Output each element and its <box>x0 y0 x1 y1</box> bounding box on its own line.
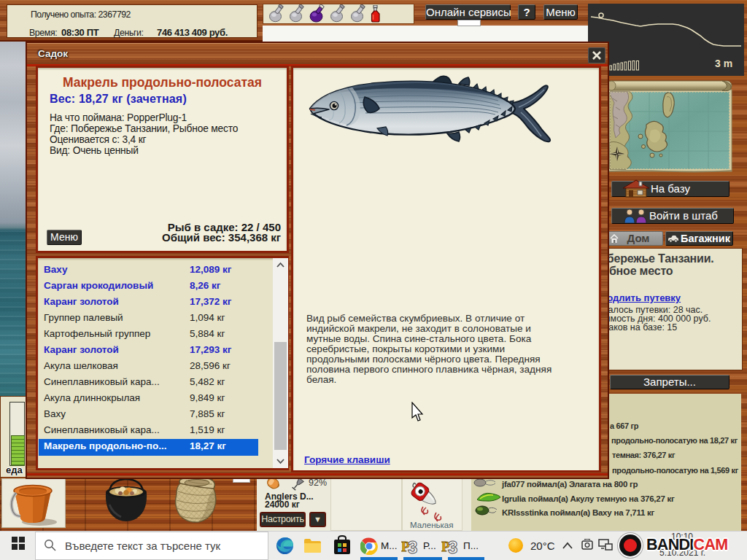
svg-text:3: 3 <box>408 537 417 555</box>
svg-text:3 m: 3 m <box>715 58 732 69</box>
svg-text:3: 3 <box>448 537 457 555</box>
